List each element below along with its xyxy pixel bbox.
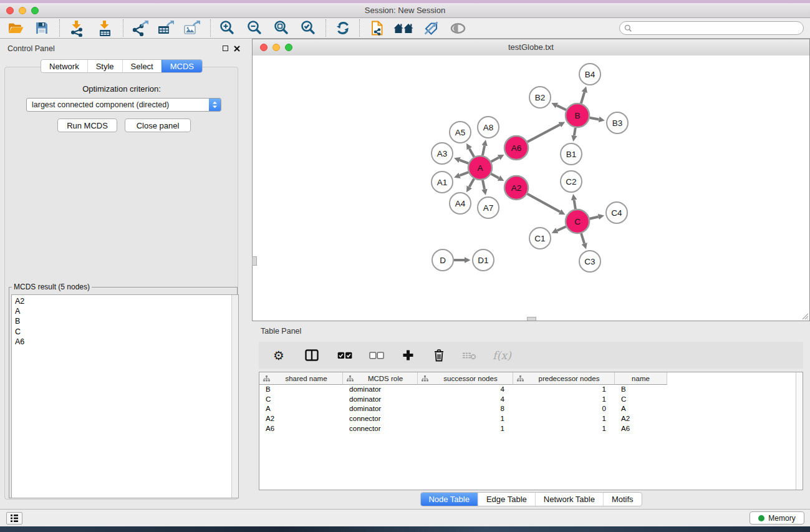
zoom-out-button[interactable] [246,19,263,37]
graph-node-b2[interactable]: B2 [529,87,551,108]
dropdown-stepper-icon [209,99,221,111]
zoom-selected-button[interactable] [299,19,317,37]
table-scrollbar[interactable] [796,372,803,490]
zoom-fit-button[interactable] [272,19,290,37]
export-table-button[interactable] [157,20,175,36]
result-item-a2[interactable]: A2 [15,296,228,306]
table-row[interactable]: A2connector11A2 [259,414,803,424]
wallpaper-strip-bottom [0,526,810,532]
close-panel-icon[interactable] [234,46,240,52]
column-header-name[interactable]: name [615,372,667,385]
graph-node-b4[interactable]: B4 [579,64,600,85]
resize-grip-icon[interactable] [802,313,809,320]
graph-node-d[interactable]: D [432,249,453,271]
plus-icon [402,349,414,361]
cell-predecessor-nodes: 1 [513,385,615,395]
svg-text:B4: B4 [585,70,595,79]
export-image-button[interactable] [183,20,201,36]
graph-node-a5[interactable]: A5 [450,122,471,143]
graph-node-b1[interactable]: B1 [561,143,582,165]
tab-mcds[interactable]: MCDS [162,60,202,72]
split-table-view-button[interactable] [301,346,322,365]
result-item-a6[interactable]: A6 [15,337,228,347]
import-network-button[interactable] [69,20,85,37]
network-graph-svg: B4B2BB3B1A5A8A6A3AA1C2A2A4A7CC4C1C3DD1 [253,56,809,321]
canvas-hscroll-thumb[interactable] [527,317,536,321]
column-header-predecessor-nodes[interactable]: predecessor nodes [513,372,615,385]
graph-node-a4[interactable]: A4 [450,193,471,214]
graph-node-a7[interactable]: A7 [478,197,499,218]
show-hide-node-labels-button[interactable] [423,21,440,36]
graph-node-c2[interactable]: C2 [561,171,582,192]
run-mcds-button[interactable]: Run MCDS [57,118,117,132]
cell-shared-name: C [259,395,343,405]
graph-node-b[interactable]: B [566,104,589,127]
search-field[interactable] [619,21,804,35]
cell-name: A6 [615,424,667,434]
tab-network[interactable]: Network [41,60,87,72]
column-header-mcds-role[interactable]: MCDS role [343,372,418,385]
table-row[interactable]: A6connector11A6 [259,424,803,434]
graph-node-a8[interactable]: A8 [478,117,499,138]
graph-node-a3[interactable]: A3 [432,143,453,164]
function-builder-button[interactable]: f(x) [489,346,515,365]
graph-node-a2[interactable]: A2 [504,176,528,200]
refresh-view-button[interactable] [335,20,351,36]
column-header-shared-name[interactable]: shared name [259,372,343,385]
graph-node-c[interactable]: C [566,210,589,233]
tab-edge-table[interactable]: Edge Table [478,493,535,506]
delete-column-button[interactable] [430,346,448,365]
memory-button[interactable]: Memory [750,511,804,525]
apply-preferred-layout-button[interactable] [393,21,414,36]
column-header-successor-nodes[interactable]: successor nodes [418,372,513,385]
deselect-all-rows-button[interactable] [365,346,388,365]
open-folder-icon [7,21,24,36]
result-scrollbar[interactable] [231,295,238,498]
result-item-b[interactable]: B [15,316,228,326]
graph-node-a6[interactable]: A6 [504,136,528,160]
network-view-window: testGlobe.txt B4B2BB3B1A5A8A6A3AA1C2A2A4… [252,39,810,321]
save-session-button[interactable] [34,21,49,36]
table-row[interactable]: Cdominator41C [259,395,803,405]
result-item-c[interactable]: C [15,327,228,337]
import-table-button[interactable] [97,20,113,37]
new-network-from-selection-button[interactable] [370,19,385,37]
network-canvas[interactable]: B4B2BB3B1A5A8A6A3AA1C2A2A4A7CC4C1C3DD1 [253,56,809,321]
svg-text:A6: A6 [511,143,522,153]
table-settings-button[interactable]: ⚙ [269,346,288,365]
criterion-dropdown[interactable]: largest connected component (directed) [26,98,221,112]
open-session-button[interactable] [7,21,24,36]
tab-network-table[interactable]: Network Table [535,493,603,506]
delete-table-button[interactable] [458,346,480,365]
graph-node-a[interactable]: A [468,156,492,180]
close-panel-button[interactable]: Close panel [125,118,191,132]
graph-node-a1[interactable]: A1 [432,172,453,193]
table-panel: Table Panel ⚙ [252,321,810,509]
table-row[interactable]: Bdominator41B [259,385,803,395]
search-input[interactable] [632,22,798,34]
float-panel-icon[interactable] [223,46,228,51]
shared-column-icon [347,375,354,382]
cell-mcds-role: dominator [343,395,418,405]
show-panel-list-button[interactable] [6,512,22,525]
show-hide-graphics-details-button[interactable] [448,21,468,36]
select-all-rows-button[interactable] [334,346,356,365]
zoom-in-button[interactable] [218,19,236,37]
result-item-a[interactable]: A [15,306,228,316]
mcds-result-group: MCDS result (5 nodes) A2ABCA6 [9,283,238,498]
tab-motifs[interactable]: Motifs [603,493,642,506]
export-network-button[interactable] [131,20,148,36]
tab-node-table[interactable]: Node Table [420,493,478,506]
graph-node-c4[interactable]: C4 [606,202,627,223]
add-column-button[interactable] [398,346,418,365]
svg-text:C3: C3 [584,257,595,266]
graph-node-c1[interactable]: C1 [529,228,551,249]
tab-style[interactable]: Style [87,60,122,72]
cell-mcds-role: dominator [343,404,418,414]
graph-node-c3[interactable]: C3 [579,251,600,272]
table-row[interactable]: Adominator80A [259,404,803,414]
graph-node-b3[interactable]: B3 [607,112,628,133]
canvas-vscroll-thumb[interactable] [252,256,257,266]
graph-node-d1[interactable]: D1 [473,249,494,271]
tab-select[interactable]: Select [122,60,162,72]
